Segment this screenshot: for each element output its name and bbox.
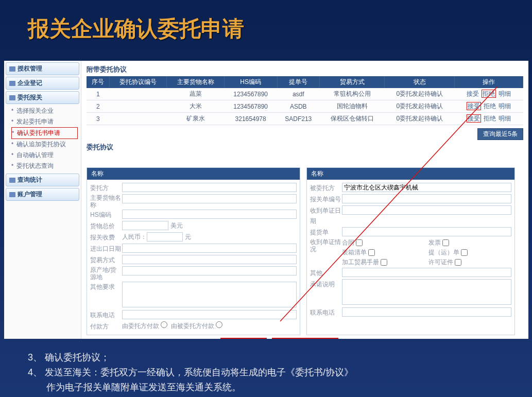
- col-goods: 主要货物名称: [167, 76, 224, 88]
- lbl-trade: 贸易方式: [90, 255, 122, 265]
- folder-icon: [9, 178, 15, 183]
- side-label: 查询统计: [18, 176, 42, 184]
- lbl-accept: 承诺说明: [310, 279, 342, 289]
- col-hs: HS编码: [224, 76, 277, 88]
- op-接受[interactable]: 接受: [467, 114, 481, 123]
- lbl-phone: 联系电话: [90, 310, 122, 320]
- pay-opt1[interactable]: 由委托方付款: [122, 322, 167, 330]
- input-recdate[interactable]: [342, 205, 511, 215]
- lbl-other: 其他要求: [90, 282, 122, 292]
- op-接受[interactable]: 接受: [467, 90, 479, 97]
- input-fee[interactable]: [147, 232, 183, 241]
- lbl-phone2: 联系电话: [310, 307, 342, 318]
- footer-line3: 作为电子报关单随附单证发送至海关通关系统。: [28, 380, 353, 395]
- op-拒绝[interactable]: 拒绝: [484, 102, 496, 110]
- input-goods[interactable]: [122, 194, 297, 203]
- op-明细[interactable]: 明细: [499, 90, 511, 97]
- attach-table: 序号 委托协议编号 主要货物名称 HS编码 提单号 贸易方式 状态 操作 1蔬菜…: [87, 76, 523, 125]
- chk-process[interactable]: 加工贸易手册: [342, 258, 425, 267]
- lbl-other2: 其他: [310, 268, 342, 278]
- input-declno[interactable]: [342, 194, 511, 203]
- lbl-total: 货物总价: [90, 221, 122, 231]
- side-label: 委托报关: [18, 93, 42, 102]
- op-拒绝[interactable]: 拒绝: [482, 90, 496, 98]
- chk-bl[interactable]: 提（运）单: [428, 248, 512, 257]
- folder-icon: [9, 81, 15, 86]
- input-other2[interactable]: [342, 268, 511, 277]
- form-area: 名称 委托方 主要货物名称 HS编码 货物总价美元 报关收费人民币：元 进出口日…: [87, 167, 523, 335]
- slide-title: 报关企业确认委托申请: [0, 0, 532, 47]
- form-right: 名称 被委托方 报关单编号 收到单证日期 提货单 收到单证情况 合同 发票 装箱…: [306, 167, 515, 335]
- input-trade[interactable]: [122, 255, 297, 264]
- lbl-origin: 原产地/货源地: [90, 266, 122, 281]
- lbl-iedate: 进出口日期: [90, 244, 122, 254]
- input-origin[interactable]: [122, 266, 297, 275]
- folder-icon: [9, 66, 15, 72]
- side-section-enterprise[interactable]: 企业登记: [6, 77, 79, 90]
- unit-usd: 美元: [170, 222, 183, 229]
- sidebar: 授权管理 企业登记 委托报关 选择报关企业 发起委托申请 确认委托书申请 确认追…: [4, 61, 81, 339]
- chk-license[interactable]: 许可证件: [428, 258, 512, 267]
- col-agreeno: 委托协议编号: [110, 76, 167, 88]
- sidebar-item-initiate[interactable]: 发起委托申请: [11, 116, 78, 127]
- input-entrusted[interactable]: [342, 183, 511, 192]
- op-明细[interactable]: 明细: [499, 115, 511, 122]
- footer-note: 3、 确认委托协议； 4、 发送至海关：委托双方一经确认，系统便自动将生成的电子…: [28, 350, 353, 394]
- op-接受[interactable]: 接受: [467, 102, 481, 110]
- footer-line2: 4、 发送至海关：委托双方一经确认，系统便自动将生成的电子《委托书/协议》: [28, 365, 353, 380]
- lbl-recdate: 收到单证日期: [310, 205, 342, 226]
- input-iedate[interactable]: [122, 244, 297, 253]
- lbl-recdoc: 收到单证情况: [310, 238, 342, 253]
- unit-cny: 元: [185, 233, 191, 240]
- col-trade: 贸易方式: [320, 76, 385, 88]
- lbl-goods: 主要货物名称: [90, 194, 122, 209]
- input-other[interactable]: [122, 282, 297, 307]
- input-accept[interactable]: [342, 279, 511, 305]
- side-label: 账户管理: [18, 190, 42, 199]
- lbl-fee: 报关收费: [90, 232, 122, 243]
- chk-invoice[interactable]: 发票: [428, 238, 512, 247]
- lbl-entrusted: 被委托方: [310, 183, 342, 193]
- footer-line1: 3、 确认委托协议；: [28, 350, 353, 365]
- lbl-entrust: 委托方: [90, 183, 122, 193]
- form-left: 名称 委托方 主要货物名称 HS编码 货物总价美元 报关收费人民币：元 进出口日…: [87, 167, 300, 335]
- folder-icon: [9, 192, 15, 197]
- side-sub-list: 选择报关企业 发起委托申请 确认委托书申请 确认追加委托协议 自动确认管理 委托…: [11, 106, 78, 171]
- attach-title: 附带委托协议: [87, 65, 523, 74]
- form-left-head: 名称: [87, 168, 300, 180]
- col-status: 状态: [385, 76, 455, 88]
- chk-packing[interactable]: 装箱清单: [342, 248, 425, 257]
- sidebar-item-select-enterprise[interactable]: 选择报关企业: [11, 106, 78, 116]
- table-row: 2大米1234567890ASDB国轮油物料0委托发起待确认接受 拒绝 明细: [87, 100, 523, 113]
- input-phone[interactable]: [122, 310, 297, 319]
- side-label: 授权管理: [18, 64, 42, 73]
- side-section-account[interactable]: 账户管理: [6, 188, 79, 201]
- lbl-hs: HS编码: [90, 210, 122, 220]
- side-section-query[interactable]: 查询统计: [6, 174, 79, 186]
- agreement-title: 委托协议: [87, 143, 523, 152]
- lbl-pay: 付款方: [90, 321, 122, 332]
- sidebar-item-confirm-app[interactable]: 确认委托书申请: [11, 127, 78, 139]
- op-拒绝[interactable]: 拒绝: [484, 115, 496, 122]
- chk-contract[interactable]: 合同: [342, 238, 425, 247]
- side-section-entrust[interactable]: 委托报关: [6, 91, 79, 104]
- side-label: 企业登记: [18, 79, 42, 88]
- input-entrust[interactable]: [122, 183, 297, 192]
- op-明细[interactable]: 明细: [499, 102, 511, 110]
- side-section-auth[interactable]: 授权管理: [6, 62, 79, 75]
- input-total[interactable]: [122, 221, 168, 230]
- query-recent-button[interactable]: 查询最近5条: [477, 128, 523, 140]
- col-bill: 提单号: [277, 76, 320, 88]
- input-bills[interactable]: [342, 227, 511, 236]
- fee-prefix: 人民币：: [122, 233, 147, 240]
- sidebar-item-status-query[interactable]: 委托状态查询: [11, 161, 78, 171]
- input-hs[interactable]: [122, 210, 297, 219]
- pay-opt2[interactable]: 由被委托方付款: [171, 322, 222, 330]
- sidebar-item-auto-confirm[interactable]: 自动确认管理: [11, 150, 78, 161]
- table-row: 3矿泉水321654978SADF213保税区仓储转口0委托发起待确认接受 拒绝…: [87, 113, 523, 125]
- sidebar-item-confirm-add[interactable]: 确认追加委托协议: [11, 139, 78, 150]
- app-window: 授权管理 企业登记 委托报关 选择报关企业 发起委托申请 确认委托书申请 确认追…: [4, 61, 528, 339]
- lbl-bills: 提货单: [310, 227, 342, 237]
- folder-icon: [9, 95, 15, 100]
- input-phone2[interactable]: [342, 307, 511, 317]
